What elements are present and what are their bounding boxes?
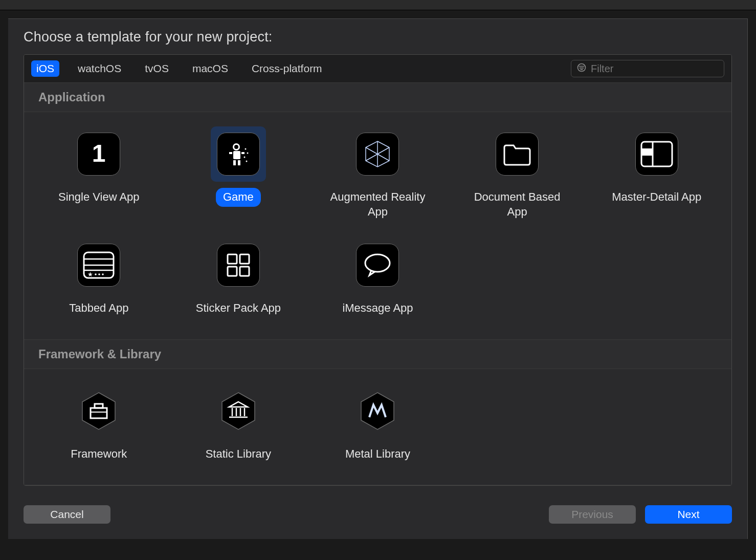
application-grid: 1 Single View App Game	[24, 112, 731, 340]
template-label: Static Library	[198, 445, 278, 464]
platform-tab-row: iOS watchOS tvOS macOS Cross-platform	[24, 55, 731, 83]
svg-point-31	[98, 273, 100, 275]
svg-point-14	[243, 157, 245, 158]
building-icon	[217, 390, 260, 433]
platform-tabs: iOS watchOS tvOS macOS Cross-platform	[31, 60, 327, 77]
svg-rect-9	[241, 152, 244, 154]
tab-ios[interactable]: iOS	[31, 60, 59, 77]
template-document-based-app[interactable]: Document Based App	[448, 123, 587, 224]
template-label: Tabbed App	[62, 299, 136, 318]
window-titlebar	[0, 0, 756, 10]
metal-icon	[356, 390, 399, 433]
template-master-detail-app[interactable]: Master-Detail App	[587, 123, 726, 224]
template-framework[interactable]: Framework	[29, 380, 169, 467]
svg-rect-35	[228, 267, 237, 276]
svg-rect-7	[233, 151, 240, 159]
svg-rect-10	[233, 160, 236, 165]
svg-point-32	[102, 273, 104, 275]
dialog-heading: Choose a template for your new project:	[24, 29, 732, 45]
template-label: Document Based App	[461, 188, 573, 221]
template-single-view-app[interactable]: 1 Single View App	[29, 123, 169, 224]
cube3d-icon	[356, 133, 399, 176]
template-label: Framework	[63, 445, 134, 464]
template-label: iMessage App	[335, 299, 420, 318]
svg-point-13	[247, 153, 248, 154]
svg-text:★: ★	[87, 271, 93, 278]
section-application-header: Application	[24, 83, 731, 112]
template-metal-library[interactable]: Metal Library	[308, 380, 448, 467]
masterdetail-icon	[635, 133, 678, 176]
section-framework-header: Framework & Library	[24, 340, 731, 369]
filter-field-wrap[interactable]	[571, 60, 724, 77]
tab-crossplatform[interactable]: Cross-platform	[247, 60, 327, 77]
svg-point-15	[246, 161, 247, 162]
svg-point-30	[95, 273, 97, 275]
filter-icon	[576, 62, 587, 75]
dialog-buttons: Cancel Previous Next	[24, 505, 732, 524]
svg-rect-11	[238, 160, 240, 165]
svg-rect-21	[641, 149, 653, 155]
template-tabbed-app[interactable]: ★ Tabbed App	[29, 234, 169, 321]
spaceman-icon	[217, 133, 260, 176]
grid4-icon	[217, 244, 260, 287]
speech-icon	[356, 244, 399, 287]
toolbox-icon	[77, 390, 120, 433]
tab-tvos[interactable]: tvOS	[140, 60, 174, 77]
template-label: Single View App	[51, 188, 147, 207]
svg-rect-36	[240, 267, 249, 276]
filter-input[interactable]	[591, 63, 719, 75]
previous-button: Previous	[549, 505, 636, 524]
svg-rect-33	[228, 254, 237, 264]
one-icon: 1	[77, 133, 120, 176]
template-label: Master-Detail App	[605, 188, 708, 207]
template-label: Metal Library	[338, 445, 417, 464]
cancel-button[interactable]: Cancel	[24, 505, 110, 524]
tab-watchos[interactable]: watchOS	[73, 60, 126, 77]
template-augmented-reality-app[interactable]: Augmented Reality App	[308, 123, 448, 224]
framework-grid: Framework Static Library	[24, 369, 731, 486]
svg-rect-34	[240, 254, 249, 264]
svg-text:1: 1	[92, 141, 106, 167]
template-imessage-app[interactable]: iMessage App	[308, 234, 448, 321]
template-sticker-pack-app[interactable]: Sticker Pack App	[169, 234, 308, 321]
svg-point-12	[244, 148, 246, 150]
tab-macos[interactable]: macOS	[187, 60, 233, 77]
tabbed-icon: ★	[77, 244, 120, 287]
svg-rect-8	[229, 152, 232, 154]
next-button[interactable]: Next	[645, 505, 732, 524]
svg-point-6	[234, 145, 238, 149]
svg-marker-38	[82, 393, 115, 429]
svg-point-37	[365, 254, 390, 272]
folder-icon	[496, 133, 539, 176]
template-static-library[interactable]: Static Library	[169, 380, 308, 467]
svg-marker-42	[222, 393, 255, 429]
template-label: Game	[216, 188, 261, 207]
new-project-dialog: Choose a template for your new project: …	[8, 18, 748, 539]
template-panel: iOS watchOS tvOS macOS Cross-platform Ap…	[24, 54, 732, 486]
template-game[interactable]: Game	[169, 123, 308, 224]
template-label: Augmented Reality App	[321, 188, 434, 221]
template-label: Sticker Pack App	[189, 299, 288, 318]
